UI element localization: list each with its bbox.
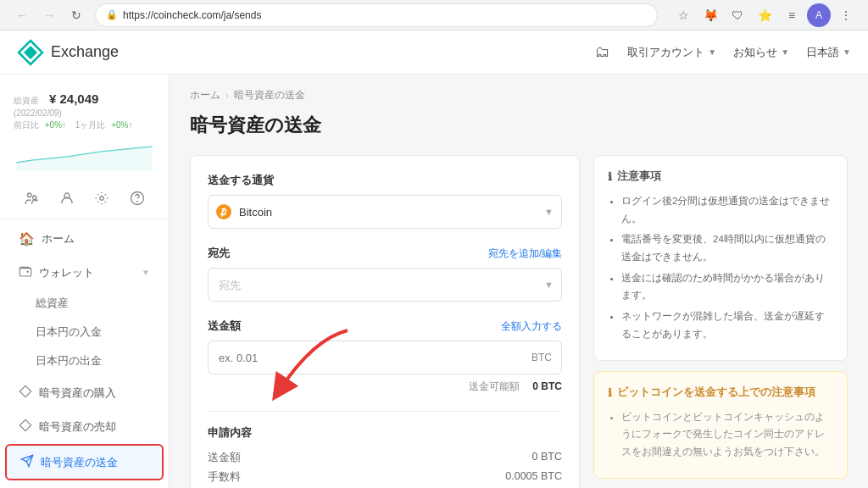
content-grid: 送金する通貨 Bitcoin: [190, 155, 848, 488]
wallet-icon: [19, 264, 32, 280]
jpy-withdraw-label: 日本円の出金: [36, 355, 102, 367]
trading-chevron: ▼: [708, 47, 716, 57]
breadcrumb: ホーム › 暗号資産の送金: [190, 88, 848, 103]
svg-point-8: [137, 201, 138, 202]
day-label: 前日比: [14, 120, 39, 130]
sidebar-item-crypto-sell[interactable]: 暗号資産の売却: [5, 410, 164, 443]
general-notice-list: ログイン後2分間は仮想通貨の送金はできません。 電話番号を変更後、24時間以内に…: [608, 192, 833, 343]
sidebar: 総資産 ¥ 24,049 (2022/02/09) 前日比 +0%↑ 1ヶ月比 …: [0, 75, 170, 488]
url-bar[interactable]: 🔒 https://coincheck.com/ja/sends: [95, 3, 658, 27]
svg-marker-1: [24, 46, 37, 59]
currency-select-wrapper: Bitcoin ▼: [208, 195, 562, 229]
reload-button[interactable]: ↻: [64, 3, 88, 27]
url-text: https://coincheck.com/ja/sends: [123, 9, 261, 21]
sidebar-icon-help[interactable]: [124, 185, 151, 212]
breadcrumb-current: 暗号資産の送金: [234, 88, 305, 103]
balance-meta: (2022/02/09): [14, 108, 155, 118]
general-notice-card: ℹ 注意事項 ログイン後2分間は仮想通貨の送金はできません。 電話番号を変更後、…: [593, 155, 848, 361]
logo-text: Exchange: [51, 43, 119, 61]
breadcrumb-home[interactable]: ホーム: [190, 88, 220, 103]
crypto-sell-label: 暗号資産の売却: [39, 419, 116, 435]
destination-label: 宛先 宛先を追加/編集: [208, 246, 562, 261]
extension-button-2[interactable]: 🛡: [726, 3, 749, 27]
trading-account-menu[interactable]: 取引アカウント ▼: [627, 45, 716, 60]
send-amount-label: 送金額: [208, 451, 241, 465]
month-value: +0%↑: [111, 120, 132, 130]
currency-label: 送金する通貨: [208, 173, 562, 188]
general-notice-title: ℹ 注意事項: [608, 169, 833, 184]
sidebar-icon-settings[interactable]: [88, 185, 115, 212]
crypto-send-icon: [20, 454, 34, 470]
portfolio-icon[interactable]: 🗂: [595, 43, 610, 61]
forward-button[interactable]: →: [37, 3, 61, 27]
currency-section: 送金する通貨 Bitcoin: [208, 173, 562, 229]
destination-section: 宛先 宛先を追加/編集 宛先 ▼: [208, 246, 562, 302]
destination-label-text: 宛先: [208, 246, 230, 261]
form-card: 送金する通貨 Bitcoin: [190, 155, 580, 488]
amount-input-wrapper: BTC: [208, 341, 562, 374]
sidebar-icon-user[interactable]: [53, 185, 81, 212]
sidebar-sub-jpy-deposit[interactable]: 日本円の入金: [5, 319, 164, 347]
sidebar-item-crypto-buy[interactable]: 暗号資産の購入: [5, 376, 164, 409]
browser-action-buttons: ☆ 🦊 🛡 ⭐ ≡ A ⋮: [671, 3, 858, 27]
extension-button-4[interactable]: ≡: [780, 3, 804, 27]
extension-button-3[interactable]: ⭐: [753, 3, 776, 27]
mini-chart: [14, 141, 155, 171]
sidebar-item-crypto-receive[interactable]: 暗号資産の受取: [5, 481, 164, 488]
sidebar-item-home[interactable]: 🏠 ホーム: [5, 223, 164, 255]
sidebar-icon-bar: [0, 178, 169, 219]
wallet-label: ウォレット: [39, 265, 94, 280]
notice-item-2: 電話番号を変更後、24時間以内に仮想通貨の送金はできません。: [621, 230, 833, 265]
balance-label: 総資産: [14, 95, 39, 107]
sidebar-item-wallet[interactable]: ウォレット ▼: [5, 256, 164, 289]
wallet-chevron: ▼: [142, 268, 150, 277]
home-label: ホーム: [42, 231, 75, 247]
svg-point-6: [100, 197, 104, 201]
notice-item-4: ネットワークが混雑した場合、送金が遅延することがあります。: [621, 308, 833, 342]
sidebar-sub-jpy-withdraw[interactable]: 日本円の出金: [5, 347, 164, 375]
crypto-buy-icon: [19, 385, 32, 401]
destination-select-wrapper: 宛先 ▼: [208, 268, 562, 302]
more-button[interactable]: ⋮: [834, 3, 858, 27]
bitcoin-notice-title-text: ビットコインを送金する上での注意事項: [617, 385, 815, 400]
destination-select[interactable]: 宛先: [208, 268, 562, 302]
language-menu[interactable]: 日本語 ▼: [806, 45, 851, 60]
news-menu[interactable]: お知らせ ▼: [733, 45, 789, 60]
main-layout: 総資産 ¥ 24,049 (2022/02/09) 前日比 +0%↑ 1ヶ月比 …: [0, 75, 868, 488]
currency-select[interactable]: Bitcoin: [208, 195, 562, 229]
bitcoin-notice-card: ℹ ビットコインを送金する上での注意事項 ビットコインとビットコインキャッシュの…: [593, 371, 848, 479]
logo-icon: [17, 39, 44, 66]
sidebar-item-crypto-send[interactable]: 暗号資産の送金: [5, 444, 164, 480]
news-label: お知らせ: [733, 45, 777, 60]
lang-label: 日本語: [806, 45, 839, 60]
main-content: ホーム › 暗号資産の送金 暗号資産の送金 送金する通貨: [170, 75, 868, 488]
svg-marker-2: [17, 147, 153, 171]
sidebar-icon-group[interactable]: [18, 185, 45, 212]
amount-section: 送金額 全額入力する BTC 送金可能額 0 BTC: [208, 319, 562, 394]
application-section: 申請内容 送金額 0 BTC 手数料 0.0005 BTC 送金額: [208, 411, 562, 488]
amount-label-text: 送金額: [208, 319, 241, 334]
browser-chrome: ← → ↻ 🔒 https://coincheck.com/ja/sends ☆…: [0, 0, 868, 30]
extension-button-1[interactable]: 🦊: [698, 3, 722, 27]
back-button[interactable]: ←: [10, 3, 34, 27]
day-value: +0%↑: [45, 120, 66, 130]
amount-input[interactable]: [208, 341, 562, 374]
available-label: 送金可能額: [469, 380, 520, 392]
fee-row: 手数料 0.0005 BTC: [208, 470, 562, 485]
form-area: 送金する通貨 Bitcoin: [190, 155, 580, 488]
bookmark-button[interactable]: ☆: [671, 3, 695, 27]
lock-icon: 🔒: [106, 9, 118, 20]
destination-edit-link[interactable]: 宛先を追加/編集: [488, 247, 562, 261]
max-amount-link[interactable]: 全額入力する: [501, 319, 562, 334]
general-notice-title-text: 注意事項: [617, 169, 661, 184]
home-icon: 🏠: [19, 231, 35, 247]
svg-rect-9: [19, 269, 31, 276]
balance-amount: ¥ 24,049: [49, 92, 98, 106]
available-amount-row: 送金可能額 0 BTC: [208, 380, 562, 394]
svg-point-4: [32, 196, 36, 200]
user-profile-button[interactable]: A: [807, 3, 831, 27]
fee-label: 手数料: [208, 470, 241, 485]
sidebar-sub-total-assets[interactable]: 総資産: [5, 290, 164, 318]
send-amount-row: 送金額 0 BTC: [208, 451, 562, 465]
balance-change: 前日比 +0%↑ 1ヶ月比 +0%↑: [14, 119, 155, 131]
